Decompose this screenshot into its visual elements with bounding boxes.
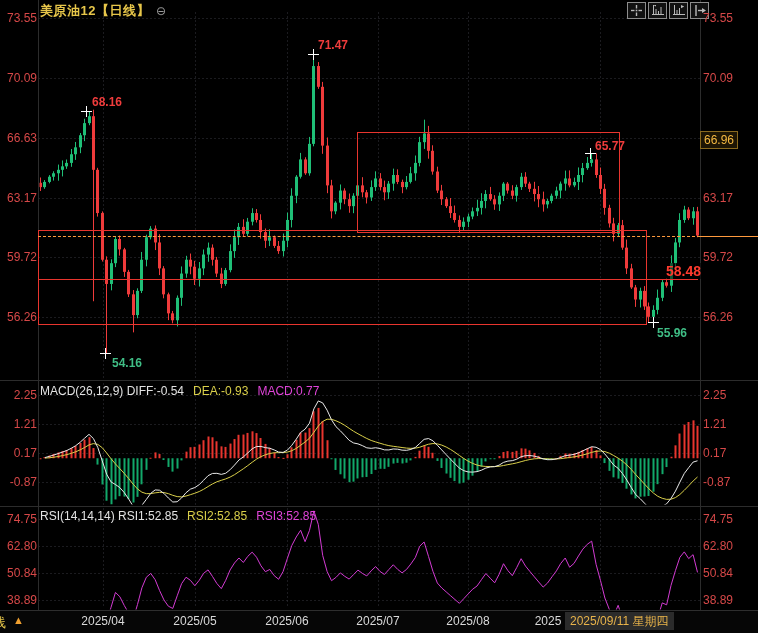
right-axis-divider [700,0,701,610]
rsi-axis-label: 74.75 [3,512,37,526]
last-price-line [38,236,700,237]
zoom-out-icon [652,5,664,16]
price-marker-label: 65.77 [595,139,625,153]
macd-axis-label: -0.87 [3,475,37,489]
price-axis-label: 59.72 [703,250,737,264]
rsi3-value: RSI3:52.85 [256,509,316,523]
price-axis-label: 59.72 [3,250,37,264]
x-axis-label: 2025/06 [255,614,319,628]
price-marker-label: 71.47 [318,38,348,52]
macd-macd-value: MACD:0.77 [257,384,319,398]
price-marker-label: 54.16 [112,356,142,370]
x-axis-label: 2025/07 [346,614,410,628]
macd-axis-label: 2.25 [3,388,37,402]
rsi-axis-label: 38.89 [703,593,737,607]
last-marked-price-label: 66.96 [700,131,738,149]
x-axis-label: 2025/05 [163,614,227,628]
x-axis-label: 2025 [516,614,580,628]
macd-axis-label: 1.21 [703,417,737,431]
clipped-toolbar-label: 线 [0,614,9,632]
price-marker-label: 68.16 [92,95,122,109]
price-marker-cross-icon [81,106,92,117]
price-axis-label: 63.17 [703,191,737,205]
rsi-pane-divider [0,506,758,507]
macd-axis-label: -0.87 [703,475,737,489]
drawing-rectangle[interactable] [357,132,620,233]
chart-overlay: 美原油12【日线】 ⊖ MACD(26,12,9) DIFF:-0.54DEA:… [0,0,758,633]
price-axis-label: 73.55 [3,11,37,25]
macd-diff-value: MACD(26,12,9) DIFF:-0.54 [40,384,184,398]
rsi1-value: RSI(14,14,14) RSI1:52.85 [40,509,178,523]
price-axis-label: 70.09 [3,71,37,85]
expand-up-triangle[interactable]: ▲ [13,614,24,626]
zoom-in-tool-button[interactable] [669,2,688,19]
crosshair-tool-button[interactable] [627,2,646,19]
macd-pane-divider [0,380,758,381]
rsi-axis-label: 62.80 [703,539,737,553]
price-marker-cross-icon [100,348,111,359]
price-axis-label: 70.09 [703,71,737,85]
macd-header: MACD(26,12,9) DIFF:-0.54DEA:-0.93MACD:0.… [40,384,319,398]
macd-axis-label: 2.25 [703,388,737,402]
chart-toolbar [627,2,709,19]
macd-dea-value: DEA:-0.93 [193,384,248,398]
price-axis-label: 63.17 [3,191,37,205]
drawing-rectangle[interactable] [38,230,647,325]
macd-axis-label: 1.21 [3,417,37,431]
rsi-axis-label: 50.84 [3,566,37,580]
horizontal-price-line[interactable] [38,279,698,280]
current-date-label: 2025/09/11 星期四 [565,612,674,630]
macd-axis-label: 0.17 [3,446,37,460]
collapse-icon[interactable]: ⊖ [156,5,166,17]
price-axis-label: 66.63 [3,131,37,145]
price-axis-label: 73.55 [703,11,737,25]
last-price-line-axis [700,236,758,237]
rsi-axis-label: 62.80 [3,539,37,553]
price-axis-label: 56.26 [3,310,37,324]
x-axis-label: 2025/08 [436,614,500,628]
rsi-axis-label: 50.84 [703,566,737,580]
x-axis-bar: 线 ▲ 2025/09/11 星期四 2025/042025/052025/06… [0,610,758,633]
zoom-out-tool-button[interactable] [648,2,667,19]
rsi-axis-label: 74.75 [703,512,737,526]
rsi-header: RSI(14,14,14) RSI1:52.85RSI2:52.85RSI3:5… [40,509,316,523]
rsi2-value: RSI2:52.85 [187,509,247,523]
price-marker-label: 55.96 [657,326,687,340]
x-axis-label: 2025/04 [71,614,135,628]
trading-chart-app: 美原油12【日线】 ⊖ MACD(26,12,9) DIFF:-0.54DEA:… [0,0,758,633]
instrument-title: 美原油12【日线】 [40,2,150,20]
rsi-axis-label: 38.89 [3,593,37,607]
price-axis-label: 56.26 [703,310,737,324]
price-line-label: 58.48 [664,263,703,279]
zoom-in-icon [673,5,685,16]
title-bar: 美原油12【日线】 ⊖ [40,3,166,19]
macd-axis-label: 0.17 [703,446,737,460]
crosshair-icon [631,5,642,16]
